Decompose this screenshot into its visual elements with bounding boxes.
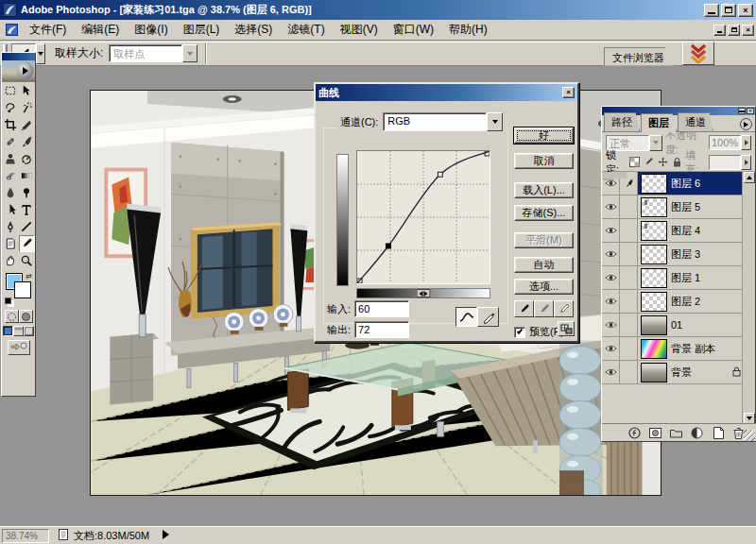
menu-select[interactable]: 选择(S): [227, 19, 280, 41]
layer-thumbnail[interactable]: [641, 221, 667, 241]
new-layer-icon[interactable]: [712, 427, 724, 439]
visibility-toggle[interactable]: [602, 266, 620, 289]
visibility-toggle[interactable]: [602, 219, 620, 242]
grid-size-toggle-button[interactable]: [558, 321, 575, 336]
output-value-field[interactable]: [354, 321, 409, 338]
tool-healing-brush[interactable]: [3, 133, 19, 150]
lock-position-icon[interactable]: [658, 157, 668, 167]
layer-row-4[interactable]: 图层 4: [602, 219, 744, 243]
layer-row-bg-copy[interactable]: 背景 副本: [602, 337, 744, 361]
tool-eraser[interactable]: [3, 167, 19, 184]
layer-thumbnail[interactable]: [641, 363, 667, 382]
ok-button[interactable]: 好: [514, 128, 574, 144]
channel-arrow[interactable]: [487, 112, 503, 131]
layer-thumbnail[interactable]: [641, 197, 667, 217]
tool-magic-wand[interactable]: [19, 99, 35, 116]
tool-move[interactable]: [19, 82, 35, 99]
tool-path-selection[interactable]: [3, 201, 19, 218]
layer-thumbnail[interactable]: [641, 268, 667, 288]
menu-view[interactable]: 视图(V): [333, 19, 386, 41]
visibility-toggle[interactable]: [602, 337, 620, 360]
tool-notes[interactable]: [3, 235, 19, 252]
title-bar[interactable]: Adobe Photoshop - [家装练习01.tga @ 38.7% (图…: [0, 0, 756, 20]
link-cell[interactable]: [620, 337, 638, 360]
lock-all-icon[interactable]: [672, 157, 682, 167]
layer-thumbnail[interactable]: [641, 245, 667, 264]
zoom-level-field[interactable]: 38.74%: [2, 529, 49, 543]
tab-paths[interactable]: 路径: [604, 112, 640, 131]
restore-button[interactable]: [721, 4, 736, 17]
visibility-toggle[interactable]: [602, 290, 620, 313]
doc-close-button[interactable]: ×: [742, 25, 754, 36]
tool-hand[interactable]: [3, 252, 19, 269]
add-mask-icon[interactable]: [649, 427, 662, 439]
layer-style-icon[interactable]: [628, 427, 641, 439]
tool-crop[interactable]: [3, 116, 19, 133]
visibility-toggle[interactable]: [602, 196, 620, 218]
tool-line[interactable]: [19, 218, 35, 235]
visibility-toggle[interactable]: [602, 314, 620, 336]
jump-to-imageready-button[interactable]: [8, 340, 30, 355]
menu-filter[interactable]: 滤镜(T): [280, 19, 332, 41]
close-button[interactable]: ×: [738, 4, 753, 17]
fullscreen-menubar-button[interactable]: [13, 326, 24, 336]
standard-screen-button[interactable]: [3, 326, 13, 336]
gradient-direction-toggle[interactable]: [417, 289, 431, 298]
quick-mask-button[interactable]: [19, 310, 33, 323]
palette-minimize-button[interactable]: ▬: [738, 108, 746, 114]
tool-dodge[interactable]: [19, 184, 35, 201]
lock-transparency-icon[interactable]: [629, 157, 640, 167]
layer-thumbnail[interactable]: [641, 315, 667, 335]
menu-layer[interactable]: 图层(L): [176, 19, 228, 41]
white-point-eyedropper[interactable]: [554, 300, 574, 317]
palette-close-button[interactable]: ×: [747, 108, 754, 114]
link-cell[interactable]: [620, 266, 638, 289]
gray-point-eyedropper[interactable]: [534, 300, 554, 317]
menu-edit[interactable]: 编辑(E): [74, 19, 127, 41]
palette-resize-grip[interactable]: [744, 430, 755, 441]
curve-pencil-tool-button[interactable]: [477, 307, 499, 327]
doc-restore-button[interactable]: [728, 25, 740, 36]
tool-gradient[interactable]: [19, 167, 35, 184]
tool-eyedropper[interactable]: [19, 235, 35, 252]
default-colors-icon[interactable]: [5, 298, 11, 304]
palette-well-arrows-button[interactable]: [682, 42, 714, 65]
curves-dialog-title-bar[interactable]: 曲线 ×: [316, 84, 577, 101]
layer-row-01[interactable]: 01: [602, 314, 744, 337]
curves-dialog[interactable]: 曲线 × 通道(C): RGB: [314, 82, 579, 343]
layer-row-2[interactable]: 图层 2: [602, 290, 744, 314]
tool-history-brush[interactable]: [19, 150, 35, 167]
menu-file[interactable]: 文件(F): [22, 19, 74, 41]
layer-thumbnail[interactable]: [641, 174, 667, 194]
new-group-icon[interactable]: [670, 427, 682, 439]
tool-type[interactable]: [19, 201, 35, 218]
layer-row-3[interactable]: 图层 3: [602, 243, 744, 266]
tool-lasso[interactable]: [3, 99, 19, 116]
link-cell[interactable]: [620, 196, 638, 218]
blend-mode-arrow[interactable]: [649, 135, 662, 151]
fill-control[interactable]: [709, 155, 751, 170]
link-cell[interactable]: [620, 219, 638, 242]
layer-row-background[interactable]: 背景: [602, 361, 744, 384]
layers-scrollbar[interactable]: [742, 172, 755, 424]
link-cell[interactable]: [620, 243, 638, 265]
sample-size-arrow[interactable]: [182, 44, 198, 62]
input-value-field[interactable]: [354, 300, 409, 317]
fullscreen-button[interactable]: [24, 326, 34, 336]
menu-window[interactable]: 窗口(W): [386, 19, 441, 41]
curve-point-tool-button[interactable]: [455, 307, 477, 327]
load-button[interactable]: 载入(L)...: [514, 182, 574, 198]
background-color-swatch[interactable]: [14, 281, 31, 298]
link-cell[interactable]: [620, 361, 638, 383]
status-popup-arrow[interactable]: [163, 530, 169, 541]
opacity-arrow[interactable]: [741, 135, 751, 150]
curves-close-button[interactable]: ×: [562, 87, 575, 98]
layer-row-5[interactable]: 图层 5: [602, 196, 744, 219]
channel-select[interactable]: RGB: [383, 112, 503, 131]
tool-slice[interactable]: [19, 116, 35, 133]
tool-blur[interactable]: [3, 184, 19, 201]
visibility-toggle[interactable]: [602, 243, 620, 265]
doc-minimize-button[interactable]: [713, 25, 726, 36]
document-icon[interactable]: [5, 23, 19, 37]
auto-button[interactable]: 自动: [514, 257, 574, 273]
